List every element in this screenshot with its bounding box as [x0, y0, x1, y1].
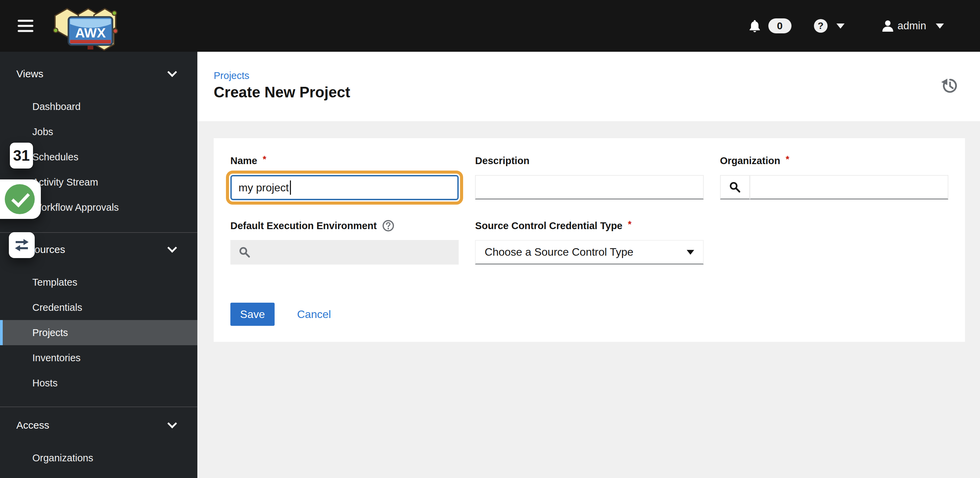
- sidebar-item-inventories[interactable]: Inventories: [0, 345, 197, 370]
- chevron-down-icon: [167, 243, 177, 253]
- notifications-bell-icon[interactable]: [749, 19, 761, 33]
- annotation-highlight-ring: my project: [226, 170, 463, 205]
- sidebar-section-views[interactable]: Views: [0, 65, 197, 82]
- swap-arrows-icon: [14, 237, 30, 253]
- save-button[interactable]: Save: [231, 303, 275, 326]
- cancel-button[interactable]: Cancel: [297, 308, 331, 321]
- help-question-icon[interactable]: [382, 220, 395, 232]
- required-asterisk: *: [263, 154, 266, 165]
- sidebar-item-templates[interactable]: Templates: [0, 270, 197, 295]
- user-icon: [881, 19, 894, 32]
- scm-cred-type-value: Choose a Source Control Type: [485, 246, 633, 258]
- sidebar-nav: ViewsDashboardJobsSchedulesActivity Stre…: [0, 52, 197, 478]
- name-input[interactable]: my project: [231, 175, 459, 200]
- organization-field-group: Organization *: [720, 155, 948, 200]
- sidebar-item-credentials[interactable]: Credentials: [0, 295, 197, 320]
- sidebar-item-hosts[interactable]: Hosts: [0, 370, 197, 396]
- masthead: AWX 0 ? admin: [0, 0, 980, 52]
- hamburger-icon: [18, 20, 33, 22]
- sidebar-item-projects[interactable]: Projects: [0, 320, 197, 345]
- chevron-down-icon: [687, 250, 694, 255]
- chevron-down-icon: [167, 419, 177, 428]
- required-asterisk: *: [628, 219, 632, 230]
- form-actions: Save Cancel: [231, 303, 948, 326]
- default-ee-label: Default Execution Environment: [231, 220, 459, 232]
- organization-input[interactable]: [750, 175, 948, 199]
- awx-logo[interactable]: AWX: [48, 0, 121, 52]
- check-icon: [5, 184, 35, 214]
- name-label: Name *: [231, 155, 459, 167]
- description-field-group: Description: [475, 155, 703, 200]
- username-label[interactable]: admin: [898, 20, 926, 32]
- search-icon: [729, 181, 741, 193]
- sidebar-item-jobs[interactable]: Jobs: [0, 119, 197, 144]
- awx-logo-graphic: AWX: [48, 0, 121, 51]
- sidebar-item-dashboard[interactable]: Dashboard: [0, 94, 197, 119]
- default-ee-search-field[interactable]: [231, 240, 459, 264]
- notifications-count-badge[interactable]: 0: [768, 18, 791, 33]
- masthead-toolbar: 0 ? admin: [749, 0, 980, 52]
- section-label: Access: [16, 419, 49, 431]
- description-label: Description: [475, 155, 703, 167]
- default-ee-field-group: Default Execution Environment: [231, 220, 459, 264]
- description-input[interactable]: [475, 175, 703, 199]
- help-menu-caret-icon[interactable]: [837, 24, 845, 29]
- search-icon: [239, 246, 251, 258]
- breadcrumb[interactable]: Projects: [214, 70, 250, 81]
- swap-overlay-badge: [9, 232, 35, 258]
- scm-cred-label: Source Control Credential Type *: [475, 220, 703, 232]
- create-project-form-card: Name * my project Description Organizati…: [214, 138, 965, 342]
- user-menu-caret-icon[interactable]: [936, 24, 944, 29]
- default-ee-input[interactable]: [257, 246, 450, 259]
- sidebar-divider: [0, 406, 197, 407]
- history-button[interactable]: [940, 76, 959, 95]
- page-header: Projects Create New Project: [197, 52, 980, 121]
- tab-count-overlay-badge: 31: [10, 143, 33, 169]
- help-icon[interactable]: ?: [814, 19, 827, 33]
- sidebar-item-organizations[interactable]: Organizations: [0, 445, 197, 470]
- name-field-group: Name * my project: [231, 155, 459, 200]
- scm-cred-field-group: Source Control Credential Type * Choose …: [475, 220, 703, 264]
- awx-logo-text: AWX: [75, 25, 106, 40]
- text-cursor: [290, 180, 291, 195]
- nav-toggle-button[interactable]: [18, 17, 33, 35]
- organization-search-button[interactable]: [720, 175, 750, 199]
- success-check-overlay-badge: [0, 179, 41, 219]
- sidebar-section-access[interactable]: Access: [0, 417, 197, 434]
- section-label: Views: [16, 68, 43, 80]
- organization-label: Organization *: [720, 155, 948, 167]
- required-asterisk: *: [786, 154, 789, 165]
- history-icon: [940, 76, 959, 95]
- page-title: Create New Project: [214, 84, 350, 101]
- scm-cred-type-select[interactable]: Choose a Source Control Type: [475, 240, 703, 264]
- chevron-down-icon: [167, 67, 177, 77]
